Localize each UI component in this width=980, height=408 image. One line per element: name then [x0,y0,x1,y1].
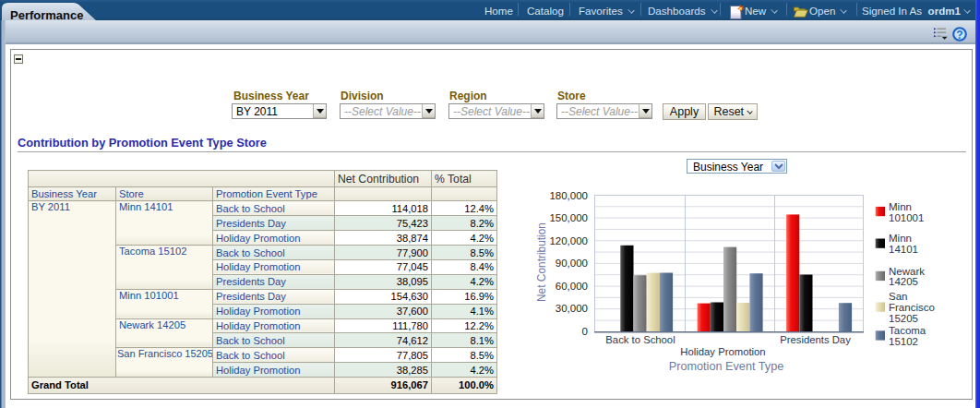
svg-text:150,000: 150,000 [549,212,588,223]
svg-text:14101: 14101 [889,244,918,255]
svg-text:90,000: 90,000 [556,258,588,269]
svg-text:Back to School: Back to School [605,334,675,345]
svg-text:Francisco: Francisco [889,302,935,313]
svg-text:Newark: Newark [889,266,925,277]
svg-text:0: 0 [582,326,588,337]
svg-text:180,000: 180,000 [549,190,588,201]
svg-text:30,000: 30,000 [556,303,588,314]
svg-text:60,000: 60,000 [556,281,588,292]
svg-text:Minn: Minn [889,201,912,212]
svg-text:Presidents Day: Presidents Day [780,334,851,345]
svg-text:15102: 15102 [889,336,918,347]
svg-text:101001: 101001 [889,212,924,223]
svg-text:Promotion Event Type: Promotion Event Type [669,360,784,373]
svg-text:San: San [889,291,907,302]
svg-text:Minn: Minn [889,233,912,244]
svg-text:Net Contribution: Net Contribution [535,222,548,302]
svg-text:14205: 14205 [889,276,918,287]
svg-text:Holiday Promotion: Holiday Promotion [680,346,765,357]
svg-text:Tacoma: Tacoma [889,325,926,336]
svg-text:15205: 15205 [889,313,918,324]
svg-text:120,000: 120,000 [549,235,588,246]
